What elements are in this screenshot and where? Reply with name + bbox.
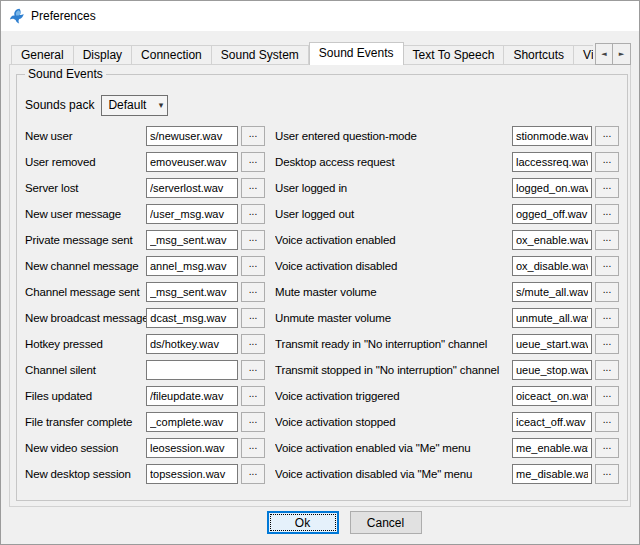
sound-event-row: Transmit ready in "No interruption" chan… <box>275 331 619 357</box>
sound-file-input[interactable] <box>146 126 238 146</box>
sound-file-input[interactable] <box>512 282 592 302</box>
sound-event-row: Voice activation enabled... <box>275 227 619 253</box>
sound-event-label: Voice activation triggered <box>275 390 512 402</box>
browse-button[interactable]: ... <box>241 334 265 354</box>
sound-file-input[interactable] <box>512 386 592 406</box>
browse-button[interactable]: ... <box>241 152 265 172</box>
sound-event-label: Voice activation disabled via "Me" menu <box>275 468 512 480</box>
sound-event-rows: New user...User removed...Server lost...… <box>25 123 619 487</box>
sound-event-label: New user message <box>25 208 146 220</box>
browse-button[interactable]: ... <box>241 126 265 146</box>
tab-general[interactable]: General <box>11 45 74 65</box>
sound-file-input[interactable] <box>146 282 238 302</box>
sound-event-row: Files updated... <box>25 383 265 409</box>
sound-event-label: Server lost <box>25 182 146 194</box>
sound-file-input[interactable] <box>146 334 238 354</box>
sound-file-input[interactable] <box>512 178 592 198</box>
browse-button[interactable]: ... <box>595 438 619 458</box>
sound-event-label: User logged out <box>275 208 512 220</box>
browse-button[interactable]: ... <box>595 204 619 224</box>
sound-file-input[interactable] <box>146 308 238 328</box>
sound-event-label: Hotkey pressed <box>25 338 146 350</box>
sound-file-input[interactable] <box>512 126 592 146</box>
browse-button[interactable]: ... <box>595 256 619 276</box>
sound-event-row: Channel silent... <box>25 357 265 383</box>
browse-button[interactable]: ... <box>595 360 619 380</box>
sound-event-label: Voice activation disabled <box>275 260 512 272</box>
browse-button[interactable]: ... <box>595 152 619 172</box>
tab-display[interactable]: Display <box>74 45 132 65</box>
browse-button[interactable]: ... <box>241 256 265 276</box>
sound-event-label: User removed <box>25 156 146 168</box>
sound-event-label: New channel message <box>25 260 146 272</box>
browse-button[interactable]: ... <box>241 386 265 406</box>
sounds-pack-combobox[interactable]: Default ▾ <box>101 95 168 116</box>
sound-file-input[interactable] <box>146 464 238 484</box>
browse-button[interactable]: ... <box>241 204 265 224</box>
sounds-pack-row: Sounds pack Default ▾ <box>25 94 619 116</box>
browse-button[interactable]: ... <box>595 230 619 250</box>
tab-text-to-speech[interactable]: Text To Speech <box>404 45 505 65</box>
tab-connection[interactable]: Connection <box>132 45 212 65</box>
sound-file-input[interactable] <box>512 256 592 276</box>
right-arrow-icon: ► <box>619 50 624 58</box>
tab-scroll-left-button[interactable]: ◄ <box>595 43 613 65</box>
browse-button[interactable]: ... <box>241 360 265 380</box>
sound-file-input[interactable] <box>146 204 238 224</box>
sound-file-input[interactable] <box>512 360 592 380</box>
sound-file-input[interactable] <box>146 386 238 406</box>
sound-file-input[interactable] <box>512 230 592 250</box>
sound-event-label: Private message sent <box>25 234 146 246</box>
browse-button[interactable]: ... <box>241 438 265 458</box>
tab-shortcuts[interactable]: Shortcuts <box>504 45 574 65</box>
sound-event-row: Voice activation enabled via "Me" menu..… <box>275 435 619 461</box>
browse-button[interactable]: ... <box>241 178 265 198</box>
browse-button[interactable]: ... <box>595 386 619 406</box>
sound-event-label: Files updated <box>25 390 146 402</box>
sound-file-input[interactable] <box>146 438 238 458</box>
tab-video[interactable]: Video <box>574 45 593 65</box>
browse-button[interactable]: ... <box>241 412 265 432</box>
sound-event-label: Transmit stopped in "No interruption" ch… <box>275 364 512 376</box>
browse-button[interactable]: ... <box>595 178 619 198</box>
browse-button[interactable]: ... <box>595 412 619 432</box>
sound-file-input[interactable] <box>512 334 592 354</box>
browse-button[interactable]: ... <box>241 282 265 302</box>
sound-event-row: Unmute master volume... <box>275 305 619 331</box>
browse-button[interactable]: ... <box>595 126 619 146</box>
preferences-window: Preferences GeneralDisplayConnectionSoun… <box>0 0 640 545</box>
browse-button[interactable]: ... <box>241 308 265 328</box>
sound-event-label: New desktop session <box>25 468 146 480</box>
ok-button[interactable]: Ok <box>267 511 339 534</box>
sound-event-label: Voice activation stopped <box>275 416 512 428</box>
sound-event-row: Voice activation stopped... <box>275 409 619 435</box>
sound-file-input[interactable] <box>512 204 592 224</box>
cancel-button[interactable]: Cancel <box>350 511 422 534</box>
browse-button[interactable]: ... <box>595 308 619 328</box>
tab-scroll-right-button[interactable]: ► <box>613 43 631 65</box>
sound-event-row: Voice activation disabled... <box>275 253 619 279</box>
sound-file-input[interactable] <box>146 412 238 432</box>
sound-file-input[interactable] <box>146 178 238 198</box>
browse-button[interactable]: ... <box>595 334 619 354</box>
dialog-footer: Ok Cancel <box>1 511 639 534</box>
sound-file-input[interactable] <box>512 412 592 432</box>
tab-sound-system[interactable]: Sound System <box>212 45 309 65</box>
browse-button[interactable]: ... <box>595 282 619 302</box>
browse-button[interactable]: ... <box>241 230 265 250</box>
browse-button[interactable]: ... <box>241 464 265 484</box>
sound-event-row: User logged out... <box>275 201 619 227</box>
sound-file-input[interactable] <box>512 464 592 484</box>
sound-file-input[interactable] <box>146 256 238 276</box>
sound-file-input[interactable] <box>146 152 238 172</box>
sound-file-input[interactable] <box>512 308 592 328</box>
sound-file-input[interactable] <box>146 230 238 250</box>
browse-button[interactable]: ... <box>595 464 619 484</box>
sound-file-input[interactable] <box>512 152 592 172</box>
sound-event-label: New broadcast message <box>25 312 146 324</box>
sound-event-label: Transmit ready in "No interruption" chan… <box>275 338 512 350</box>
sound-file-input[interactable] <box>512 438 592 458</box>
sound-file-input[interactable] <box>146 360 238 380</box>
tab-sound-events[interactable]: Sound Events <box>309 42 404 65</box>
left-arrow-icon: ◄ <box>601 50 606 58</box>
